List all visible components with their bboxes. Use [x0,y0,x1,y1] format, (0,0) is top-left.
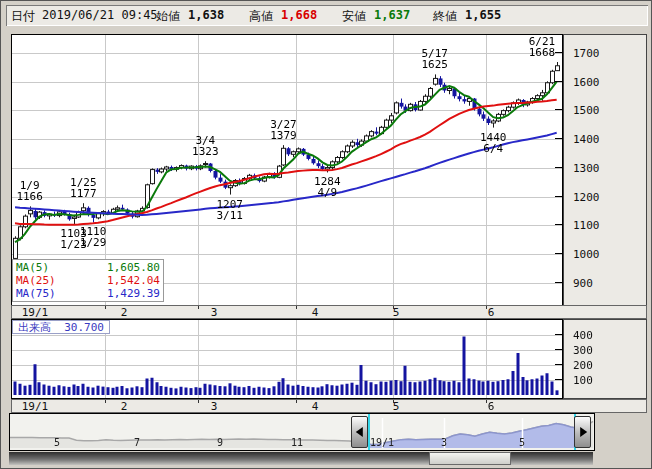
navigator-month-label: 5 [54,437,60,448]
month-tickmark [296,306,297,309]
navigator-month-label: 3 [441,437,447,448]
price-axis-tickmark [555,167,562,168]
price-annotation: 1/25 1177 [55,177,111,199]
price-axis-tickmark [555,138,562,139]
month-label: 3 [211,400,218,413]
month-label: 2 [121,400,128,413]
month-tickmark [486,400,487,403]
quote-header: 日付 2019/06/21 09:45 始値 1,638 高値 1,668 安値… [6,5,648,26]
high-label: 高値 [249,8,273,25]
price-annotation: 3/4 1323 [177,135,233,157]
volume-axis-tick: 200 [573,359,593,372]
navigator-month-label: 9 [217,437,223,448]
volume-axis-tickmark [555,379,562,380]
month-axis-strip-bottom: 19/123456 [11,399,647,413]
ma-legend: MA(5) 1,605.80 MA(25) 1,542.04 MA(75) 1,… [12,259,164,302]
month-label: 6 [488,400,495,413]
ma75-label: MA(75) [16,287,56,300]
month-label: 6 [488,306,495,319]
ma5-label: MA(5) [16,261,49,274]
month-label: 3 [211,306,218,319]
range-navigator[interactable]: 5791119/135 [9,413,595,451]
scroll-right-button[interactable] [574,416,591,448]
price-axis-tickmark [555,196,562,197]
navigator-month-label: 7 [134,437,140,448]
price-axis-tickmark [555,282,562,283]
open-value: 1,638 [188,8,224,22]
ma75-value: 1,429.39 [107,287,160,300]
price-axis-tick: 1200 [573,191,600,204]
month-tickmark [105,306,106,309]
close-value: 1,655 [465,8,501,22]
horizontal-scrollbar-thumb[interactable] [429,452,511,465]
month-label: 2 [121,306,128,319]
price-annotation: 5/17 1625 [407,48,463,70]
open-label: 始値 [156,8,180,25]
month-tickmark [393,400,394,403]
low-label: 安値 [342,8,366,25]
month-label: 4 [312,400,319,413]
navigator-month-label: 19/1 [370,437,394,448]
high-value: 1,668 [281,8,317,22]
price-axis-tickmark [555,253,562,254]
month-label: 4 [312,306,319,319]
volume-axis-tickmark [555,364,562,365]
price-axis-tick: 1600 [573,76,600,89]
month-tickmark [393,306,394,309]
volume-axis-tick: 300 [573,344,593,357]
price-axis-tick: 1700 [573,47,600,60]
stock-chart-window: 日付 2019/06/21 09:45 始値 1,638 高値 1,668 安値… [0,0,652,469]
month-label: 19/1 [22,400,49,413]
price-axis-tick: 1300 [573,162,600,175]
close-label: 終値 [433,8,457,25]
ma25-label: MA(25) [16,274,56,287]
volume-value: 30.700 [64,321,104,334]
low-value: 1,637 [374,8,410,22]
month-tickmark [198,306,199,309]
month-label: 19/1 [22,306,49,319]
scroll-left-button[interactable] [351,416,368,448]
month-tickmark [198,400,199,403]
price-annotation: 3/27 1379 [255,119,311,141]
ma5-value: 1,605.80 [107,261,160,274]
price-axis-tick: 1000 [573,248,600,261]
price-annotation: 1207 3/11 [202,199,258,221]
month-tickmark [105,400,106,403]
price-axis-tickmark [555,81,562,82]
month-tickmark [486,306,487,309]
price-annotation: 6/21 1668 [514,36,570,58]
volume-axis-tickmark [555,349,562,350]
ma25-value: 1,542.04 [107,274,160,287]
volume-axis-panel: 400300200100 [563,319,647,399]
price-axis-panel: 17001600150014001300120011001000900 [563,34,647,306]
volume-label: 出来高 [18,321,51,334]
price-axis-tick: 1400 [573,133,600,146]
price-axis-tickmark [555,224,562,225]
horizontal-scrollbar-track[interactable] [9,452,593,465]
month-tickmark [296,400,297,403]
price-annotation: 1440 6/4 [465,132,521,154]
navigator-month-label: 11 [291,437,303,448]
price-axis-tick: 900 [573,277,593,290]
volume-axis-tickmark [555,334,562,335]
price-axis-tickmark [555,52,562,53]
scroll-right-icon [580,427,587,437]
volume-axis-tick: 100 [573,374,593,387]
price-axis-tick: 1100 [573,219,600,232]
price-annotation: 1/9 1166 [2,180,58,202]
volume-legend: 出来高 30.700 [12,320,110,334]
month-axis-strip-top: 19/123456 [11,305,647,319]
price-annotation: 1110 1/29 [65,226,121,248]
navigator-month-label: 5 [519,437,525,448]
volume-axis-tick: 400 [573,329,593,342]
date-label: 日付 [11,8,35,25]
price-axis-tickmark [555,109,562,110]
scroll-left-icon [355,427,362,437]
date-value: 2019/06/21 09:45 [42,8,158,22]
price-annotation: 1284 4/9 [299,176,355,198]
price-axis-tick: 1500 [573,104,600,117]
